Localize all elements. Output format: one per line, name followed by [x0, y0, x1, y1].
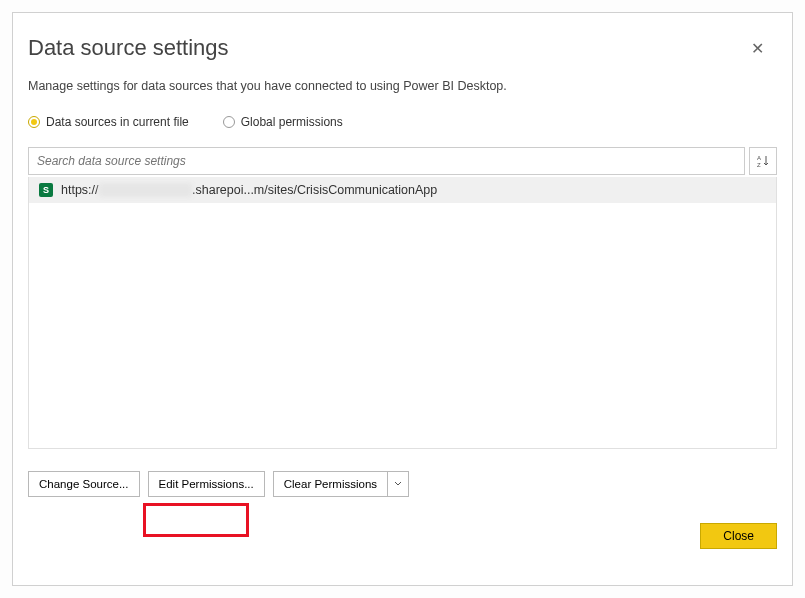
dialog-subtitle: Manage settings for data sources that yo…: [28, 79, 777, 93]
search-row: A Z: [28, 147, 777, 175]
scope-radio-group: Data sources in current file Global perm…: [28, 115, 777, 129]
data-source-item[interactable]: S https://xxxxxx.sharepoi...m/sites/Cris…: [29, 177, 776, 203]
sharepoint-icon: S: [39, 183, 53, 197]
search-input[interactable]: [28, 147, 745, 175]
chevron-down-icon: [394, 480, 402, 488]
clear-permissions-button[interactable]: Clear Permissions: [273, 471, 387, 497]
sort-button[interactable]: A Z: [749, 147, 777, 175]
radio-unchecked-icon: [223, 116, 235, 128]
data-source-settings-dialog: ✕ Data source settings Manage settings f…: [12, 12, 793, 586]
change-source-button[interactable]: Change Source...: [28, 471, 140, 497]
svg-text:Z: Z: [757, 162, 761, 168]
sort-az-icon: A Z: [756, 154, 770, 168]
radio-label: Global permissions: [241, 115, 343, 129]
redacted-segment: xxxxxx: [99, 183, 193, 197]
radio-checked-icon: [28, 116, 40, 128]
edit-permissions-button[interactable]: Edit Permissions...: [148, 471, 265, 497]
close-row: Close: [28, 523, 777, 549]
clear-permissions-dropdown[interactable]: [387, 471, 409, 497]
radio-label: Data sources in current file: [46, 115, 189, 129]
radio-global-permissions[interactable]: Global permissions: [223, 115, 343, 129]
data-source-url: https://xxxxxx.sharepoi...m/sites/Crisis…: [61, 183, 437, 197]
radio-current-file[interactable]: Data sources in current file: [28, 115, 189, 129]
close-button[interactable]: Close: [700, 523, 777, 549]
footer-button-row: Change Source... Edit Permissions... Cle…: [28, 471, 777, 497]
svg-text:A: A: [757, 155, 761, 161]
data-source-list: S https://xxxxxx.sharepoi...m/sites/Cris…: [28, 177, 777, 449]
dialog-title: Data source settings: [28, 35, 777, 61]
close-icon[interactable]: ✕: [751, 41, 764, 57]
